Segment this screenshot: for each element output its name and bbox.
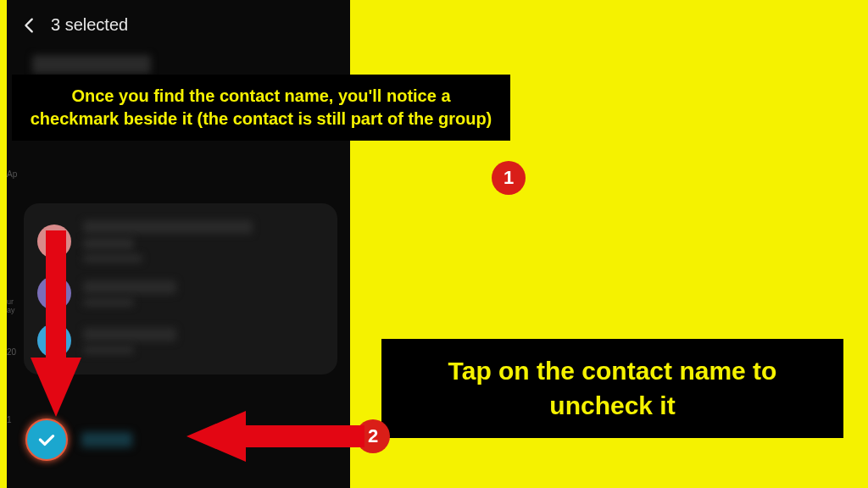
back-icon[interactable] xyxy=(20,16,39,35)
side-label-1: 1 xyxy=(7,415,12,424)
contact-text xyxy=(83,328,324,354)
selection-header: 3 selected xyxy=(7,0,350,47)
header-title: 3 selected xyxy=(51,15,128,35)
side-labels-left: ur ay xyxy=(7,298,14,315)
contact-text xyxy=(83,220,324,263)
arrow-down-icon xyxy=(31,230,81,417)
arrow-left-icon xyxy=(186,407,364,466)
contact-text xyxy=(83,280,324,307)
side-label-20: 20 xyxy=(7,347,16,357)
checkmark-icon[interactable] xyxy=(25,419,68,461)
blurred-top-contact xyxy=(7,47,350,74)
svg-marker-3 xyxy=(186,411,246,462)
step-badge-1: 1 xyxy=(492,161,526,195)
svg-marker-1 xyxy=(31,358,81,417)
svg-rect-0 xyxy=(46,230,66,366)
selected-contact-name xyxy=(81,432,132,447)
annotation-step2: Tap on the contact name to uncheck it xyxy=(381,339,843,438)
side-label-ap: Ap xyxy=(7,169,17,179)
annotation-step1: Once you find the contact name, you'll n… xyxy=(12,75,510,141)
svg-rect-2 xyxy=(233,425,364,447)
